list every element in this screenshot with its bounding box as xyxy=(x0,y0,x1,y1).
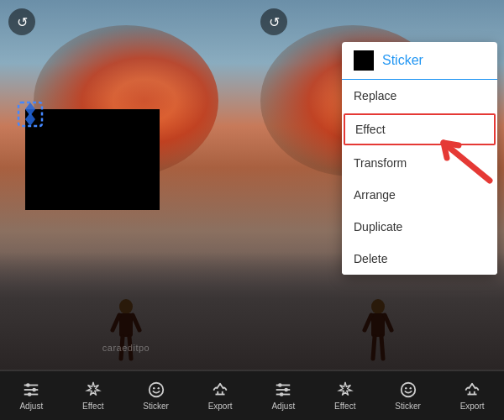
adjust-icon-left xyxy=(22,381,40,399)
svg-marker-8 xyxy=(25,113,35,126)
effect-label-right: Effect xyxy=(334,402,355,411)
export-label-left: Export xyxy=(208,402,233,411)
undo-button-left[interactable]: ↺ xyxy=(8,8,35,35)
black-sticker[interactable] xyxy=(25,109,160,210)
svg-line-25 xyxy=(373,337,375,359)
adjust-label-right: Adjust xyxy=(271,402,295,411)
menu-header: Sticker xyxy=(342,42,497,80)
left-toolbar: Adjust Effect Sticker xyxy=(0,371,252,420)
svg-point-30 xyxy=(278,383,282,387)
svg-line-3 xyxy=(133,315,139,330)
toolbar-adjust-right[interactable]: Adjust xyxy=(271,381,295,411)
svg-point-14 xyxy=(28,392,32,396)
sticker-icon-right xyxy=(399,381,417,399)
svg-point-15 xyxy=(149,383,163,397)
toolbar-export-right[interactable]: Export xyxy=(460,381,485,411)
undo-button-right[interactable]: ↺ xyxy=(260,8,287,35)
menu-item-replace[interactable]: Replace xyxy=(342,80,497,112)
person-figure-left xyxy=(109,298,143,365)
svg-point-12 xyxy=(26,383,30,387)
menu-header-title: Sticker xyxy=(382,53,423,68)
right-toolbar: Adjust Effect Sticker xyxy=(252,371,504,420)
left-panel: caraeditpo ↺ Adjust Effect xyxy=(0,0,252,420)
svg-rect-22 xyxy=(371,313,385,337)
svg-point-33 xyxy=(401,383,415,397)
red-arrow-annotation xyxy=(427,130,494,192)
svg-point-32 xyxy=(280,392,284,396)
toolbar-export-left[interactable]: Export xyxy=(208,381,233,411)
svg-line-26 xyxy=(381,337,383,359)
adjust-icon-right xyxy=(274,381,292,399)
sticker-label-left: Sticker xyxy=(143,402,169,411)
adjust-label-left: Adjust xyxy=(19,402,43,411)
svg-point-34 xyxy=(405,387,407,389)
effect-icon-left xyxy=(84,381,102,399)
sticker-preview-square xyxy=(354,50,374,71)
svg-line-2 xyxy=(113,315,119,330)
svg-line-23 xyxy=(365,315,371,330)
svg-rect-1 xyxy=(119,313,133,337)
toolbar-sticker-right[interactable]: Sticker xyxy=(395,381,421,411)
svg-point-16 xyxy=(153,387,155,389)
right-panel: ↺ Sticker Replace Effect Transform Arran… xyxy=(252,0,504,420)
export-icon-right xyxy=(463,381,481,399)
watermark: caraeditpo xyxy=(102,343,150,353)
svg-line-24 xyxy=(385,315,391,330)
effect-label-left: Effect xyxy=(82,402,103,411)
svg-point-31 xyxy=(285,388,289,392)
sticker-icon-left xyxy=(147,381,165,399)
person-figure-right xyxy=(361,298,395,365)
export-label-right: Export xyxy=(460,402,485,411)
toolbar-adjust-left[interactable]: Adjust xyxy=(19,381,43,411)
svg-point-35 xyxy=(409,387,411,389)
sticker-label-right: Sticker xyxy=(395,402,421,411)
svg-point-17 xyxy=(157,387,159,389)
toolbar-sticker-left[interactable]: Sticker xyxy=(143,381,169,411)
menu-item-delete[interactable]: Delete xyxy=(342,243,497,275)
effect-icon-right xyxy=(336,381,354,399)
svg-point-0 xyxy=(119,299,133,314)
menu-item-duplicate[interactable]: Duplicate xyxy=(342,211,497,243)
toolbar-effect-right[interactable]: Effect xyxy=(334,381,355,411)
svg-point-21 xyxy=(371,299,385,314)
toolbar-effect-left[interactable]: Effect xyxy=(82,381,103,411)
svg-point-13 xyxy=(33,388,37,392)
selection-handles-icon xyxy=(17,101,44,128)
export-icon-left xyxy=(211,381,229,399)
